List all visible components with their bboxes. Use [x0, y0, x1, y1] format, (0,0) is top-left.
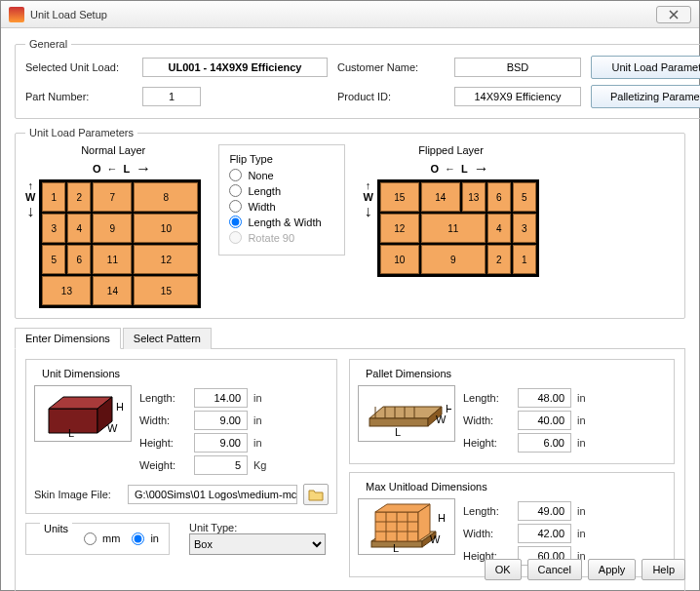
tab-select-pattern[interactable]: Select Pattern: [123, 328, 212, 349]
unit-load-parameters-button[interactable]: Unit Load Parameters: [591, 56, 700, 79]
svg-text:H: H: [438, 512, 446, 524]
customer-name-input[interactable]: BSD: [454, 58, 581, 77]
flipped-pallet: 15 14 13 6 5 12 11 4 3 10 9 2 1: [377, 179, 539, 277]
tab-enter-dimensions[interactable]: Enter Dimensions: [15, 328, 121, 349]
cancel-button[interactable]: Cancel: [527, 559, 582, 580]
flip-type-group: Flip Type None Length Width Length & Wid…: [218, 144, 345, 256]
flip-legend: Flip Type: [229, 153, 334, 165]
unit-dimensions-group: Unit Dimensions LWH Length:14.00in Width…: [25, 359, 337, 514]
palletizing-parameters-button[interactable]: Palletizing Parameters: [591, 85, 700, 108]
flip-length[interactable]: Length: [229, 184, 334, 197]
svg-text:W: W: [107, 422, 118, 434]
normal-layer-label: Normal Layer: [81, 144, 145, 156]
pallet-height-input[interactable]: 6.00: [518, 433, 571, 453]
window-title: Unit Load Setup: [30, 9, 107, 20]
pallet-icon: LWH: [358, 385, 455, 442]
selected-unit-load-value: UL001 - 14X9X9 Efficiency: [142, 58, 328, 77]
pallet-length-input[interactable]: 48.00: [518, 388, 571, 408]
part-number-input[interactable]: 1: [142, 87, 201, 106]
general-legend: General: [25, 38, 71, 50]
svg-text:W: W: [436, 414, 447, 425]
unit-box-icon: LWH: [34, 385, 132, 442]
flip-none[interactable]: None: [229, 169, 334, 181]
flip-rotate90: Rotate 90: [229, 231, 334, 244]
units-mm[interactable]: mm: [84, 532, 120, 545]
stack-icon: LWH: [358, 498, 455, 555]
axis-l: L: [124, 163, 131, 175]
flipped-layer: Flipped Layer O ← L → ↑ W ↓: [363, 144, 538, 277]
unit-length-input[interactable]: 14.00: [194, 388, 248, 408]
unit-type-label: Unit Type:: [189, 522, 326, 533]
dialog-footer: OK Cancel Apply Help: [485, 559, 685, 580]
part-number-label: Part Number:: [25, 91, 133, 102]
pallet-width-input[interactable]: 40.00: [518, 411, 571, 430]
svg-rect-7: [369, 418, 428, 426]
folder-open-icon: [308, 488, 324, 501]
units-in[interactable]: in: [132, 532, 159, 545]
unit-type-select[interactable]: Box: [189, 533, 326, 555]
normal-pallet: 1 2 7 8 3 4 9 10 5 6 11 12 13: [39, 179, 201, 308]
titlebar: Unit Load Setup: [1, 1, 699, 28]
flipped-layer-label: Flipped Layer: [418, 144, 484, 156]
selected-unit-load-label: Selected Unit Load:: [25, 61, 133, 73]
svg-text:H: H: [116, 401, 124, 413]
normal-layer: Normal Layer O ← L → ↑ W ↓: [25, 144, 201, 308]
app-icon: [9, 7, 24, 22]
svg-text:L: L: [393, 542, 399, 553]
axis-w: W: [25, 191, 35, 203]
unit-load-parameters-group: Unit Load Parameters Normal Layer O ← L …: [15, 127, 685, 319]
close-icon: [669, 10, 679, 20]
pallet-dimensions-group: Pallet Dimensions LWH Length:48.00in Wid…: [349, 359, 675, 464]
product-id-input[interactable]: 14X9X9 Efficiency: [454, 87, 581, 106]
svg-text:H: H: [446, 403, 451, 414]
params-legend: Unit Load Parameters: [25, 127, 137, 138]
tab-body: Unit Dimensions LWH Length:14.00in Width…: [15, 349, 685, 591]
skin-file-label: Skin Image File:: [34, 489, 122, 500]
svg-text:W: W: [430, 533, 441, 545]
ok-button[interactable]: OK: [485, 559, 522, 580]
unit-width-input[interactable]: 9.00: [194, 411, 248, 430]
browse-skin-button[interactable]: [303, 484, 329, 505]
apply-button[interactable]: Apply: [588, 559, 637, 580]
max-length-input[interactable]: 49.00: [518, 501, 571, 521]
help-button[interactable]: Help: [642, 559, 685, 580]
customer-name-label: Customer Name:: [337, 61, 445, 73]
unit-height-input[interactable]: 9.00: [194, 433, 248, 453]
dimension-tabs: Enter Dimensions Select Pattern: [15, 327, 685, 349]
flip-width[interactable]: Width: [229, 200, 334, 213]
close-button[interactable]: [656, 6, 691, 23]
general-group: General Selected Unit Load: UL001 - 14X9…: [15, 38, 700, 119]
axis-origin: O: [93, 163, 101, 175]
flip-length-width[interactable]: Length & Width: [229, 216, 334, 228]
product-id-label: Product ID:: [337, 91, 445, 102]
svg-text:L: L: [68, 427, 74, 438]
dialog-window: Unit Load Setup General Selected Unit Lo…: [0, 0, 700, 591]
skin-file-input[interactable]: G:\000Sims\01 Logos\medium-mc: [128, 485, 297, 504]
max-width-input[interactable]: 42.00: [518, 524, 571, 543]
unit-weight-input[interactable]: 5: [194, 455, 248, 475]
svg-text:L: L: [395, 426, 401, 438]
